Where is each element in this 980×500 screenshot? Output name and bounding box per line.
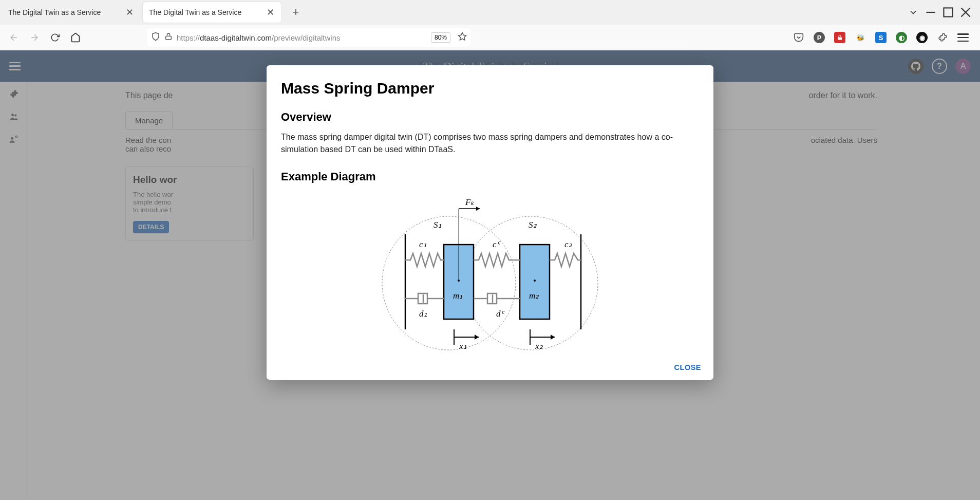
ext-green-icon[interactable]: ◐ <box>896 32 907 43</box>
ext-p-icon[interactable]: P <box>814 32 825 43</box>
modal-title: Mass Spring Damper <box>281 80 699 97</box>
minimize-icon[interactable] <box>926 7 936 17</box>
svg-marker-7 <box>459 33 466 40</box>
svg-marker-28 <box>476 207 480 211</box>
lock-icon[interactable] <box>164 32 173 43</box>
new-tab-button[interactable]: + <box>288 4 304 21</box>
url-text: https://dtaas-digitaltwin.com/preview/di… <box>177 33 427 42</box>
reload-button[interactable] <box>46 29 64 46</box>
svg-text:c₂: c₂ <box>564 239 573 249</box>
bookmark-icon[interactable] <box>458 32 467 43</box>
tab-title: The Digital Twin as a Service <box>8 8 101 16</box>
ext-bee-icon[interactable]: 🐝 <box>855 32 866 43</box>
svg-text:S₂: S₂ <box>529 220 537 230</box>
ext-s-icon[interactable]: S <box>875 32 887 43</box>
svg-marker-37 <box>551 335 555 340</box>
svg-text:m₂: m₂ <box>529 291 539 301</box>
details-modal: Mass Spring Damper Overview The mass spr… <box>267 65 713 380</box>
zoom-indicator[interactable]: 80% <box>431 32 450 43</box>
svg-marker-34 <box>475 335 479 340</box>
extension-icons: P 🐝 S ◐ ◉ <box>793 32 975 43</box>
svg-text:c₁: c₁ <box>419 239 427 249</box>
svg-text:dᶜ: dᶜ <box>496 309 505 319</box>
svg-text:cᶜ: cᶜ <box>493 239 501 249</box>
svg-point-31 <box>534 280 536 282</box>
close-icon[interactable]: ✕ <box>125 6 135 19</box>
url-field[interactable]: https://dtaas-digitaltwin.com/preview/di… <box>147 28 471 47</box>
ext-ublock-icon[interactable] <box>834 32 845 43</box>
back-button[interactable] <box>5 29 23 46</box>
modal-section-overview: Overview <box>281 110 699 124</box>
address-bar: https://dtaas-digitaltwin.com/preview/di… <box>0 25 980 50</box>
svg-point-30 <box>458 280 460 282</box>
home-button[interactable] <box>67 29 84 46</box>
pocket-icon[interactable] <box>793 32 804 43</box>
svg-rect-8 <box>838 38 842 40</box>
forward-button[interactable] <box>26 29 43 46</box>
svg-rect-18 <box>520 245 550 319</box>
window-controls <box>908 7 978 17</box>
shield-icon[interactable] <box>151 32 160 43</box>
svg-rect-6 <box>166 36 172 40</box>
close-button[interactable]: CLOSE <box>674 363 701 372</box>
close-icon[interactable]: ✕ <box>266 6 275 19</box>
ext-darkreader-icon[interactable]: ◉ <box>916 32 928 43</box>
tabs-dropdown-icon[interactable] <box>908 7 918 17</box>
svg-text:x₁: x₁ <box>459 341 467 351</box>
svg-text:x₂: x₂ <box>535 341 543 351</box>
svg-text:Fₖ: Fₖ <box>465 197 475 207</box>
extensions-icon[interactable] <box>937 32 948 43</box>
browser-tab[interactable]: The Digital Twin as a Service ✕ <box>143 2 281 23</box>
tab-bar: The Digital Twin as a Service ✕ The Digi… <box>0 0 980 25</box>
tab-title: The Digital Twin as a Service <box>149 8 241 16</box>
svg-text:S₁: S₁ <box>434 220 442 230</box>
mass-spring-damper-diagram: Fₖ S₁ S₂ c₁ cᶜ c₂ m₁ m₂ d₁ dᶜ x₁ x₂ <box>281 191 699 365</box>
maximize-icon[interactable] <box>943 7 953 17</box>
browser-tab[interactable]: The Digital Twin as a Service ✕ <box>2 2 141 23</box>
browser-menu-icon[interactable] <box>957 33 969 42</box>
svg-text:m₁: m₁ <box>453 291 463 301</box>
browser-chrome: The Digital Twin as a Service ✕ The Digi… <box>0 0 980 50</box>
close-window-icon[interactable] <box>960 7 971 17</box>
svg-text:d₁: d₁ <box>419 309 427 319</box>
svg-rect-1 <box>944 8 952 16</box>
modal-overview-text: The mass spring damper digital twin (DT)… <box>281 131 699 156</box>
modal-section-diagram: Example Diagram <box>281 170 699 183</box>
